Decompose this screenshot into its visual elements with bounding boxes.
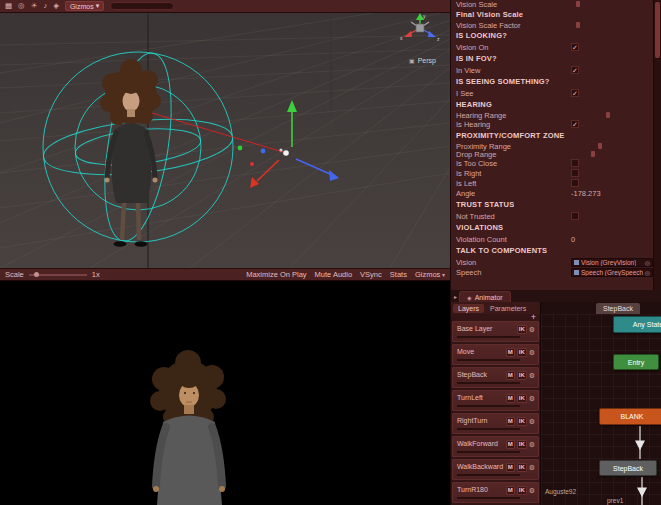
slider-handle[interactable] (598, 143, 602, 149)
scrollbar-thumb[interactable] (655, 2, 660, 58)
effects-icon[interactable]: ◈ (53, 2, 59, 10)
slider-handle[interactable] (34, 272, 39, 277)
field-label: I See (456, 89, 571, 98)
checkbox-is-right[interactable] (571, 169, 579, 177)
inspector-row-drop-range: Drop Range (451, 150, 527, 158)
layer-row-turnr180[interactable]: TurnR180MIK⚙ (452, 482, 539, 503)
graph-footer-label: Auguste92 (545, 488, 576, 495)
panel-expander-icon[interactable]: ▸ (454, 293, 457, 302)
field-label: TALK TO COMPONENTS (456, 246, 547, 255)
state-node-any-state[interactable]: Any State (613, 316, 661, 333)
animator-layers-panel: + Base LayerIK⚙MoveMIK⚙StepBackMIK⚙TurnL… (450, 314, 540, 505)
badge-m: M (506, 371, 515, 380)
orientation-gizmo[interactable]: y x z (400, 13, 440, 42)
persp-text: Persp (418, 57, 436, 64)
checkbox-is-too-close[interactable] (571, 159, 579, 167)
game-button-gizmos[interactable]: Gizmos ▾ (415, 270, 445, 279)
scene-search-input[interactable] (110, 2, 174, 10)
ray-point-red (250, 162, 254, 166)
layer-row-walkforward[interactable]: WalkForwardMIK⚙ (452, 436, 539, 457)
slider-handle[interactable] (576, 1, 580, 7)
badge-ik: IK (517, 463, 527, 472)
layer-row-walkbackward[interactable]: WalkBackwardMIK⚙ (452, 459, 539, 480)
graph-footer-label: prev1 (607, 497, 623, 504)
field-label: Vision (456, 258, 571, 267)
gear-icon[interactable]: ⚙ (529, 372, 535, 379)
checkbox-vision-on[interactable]: ✓ (571, 43, 579, 51)
slider-handle[interactable] (606, 112, 610, 118)
animator-icon: ◈ (467, 294, 472, 301)
slider-handle[interactable] (591, 151, 595, 157)
badge-ik: IK (517, 348, 527, 357)
inspector-row-hearing: HEARING (451, 98, 653, 111)
state-node-entry[interactable]: Entry (613, 354, 659, 370)
game-button-maximize-on-play[interactable]: Maximize On Play (246, 270, 306, 279)
state-node-stepback[interactable]: StepBack (599, 460, 657, 476)
layer-name: StepBack (457, 371, 487, 378)
gizmos-dropdown[interactable]: Gizmos ▾ (65, 1, 104, 11)
gear-icon[interactable]: ⚙ (529, 464, 535, 471)
badge-m: M (506, 463, 515, 472)
audio-icon[interactable]: ♪ (43, 2, 47, 10)
game-scale-slider[interactable] (29, 270, 87, 279)
checkbox-is-hearing[interactable]: ✓ (571, 120, 579, 128)
inspector-row-is-hearing: Is Hearing✓ (451, 119, 653, 129)
layer-row-move[interactable]: MoveMIK⚙ (452, 344, 539, 365)
grid-icon[interactable]: ▦ (5, 2, 12, 10)
game-view[interactable] (0, 281, 450, 505)
lighting-icon[interactable]: ☀ (31, 2, 38, 10)
scene-3d-viewport[interactable]: y x z (0, 13, 450, 268)
gear-icon[interactable]: ⚙ (529, 441, 535, 448)
layer-row-rightturn[interactable]: RightTurnMIK⚙ (452, 413, 539, 434)
graph-canvas[interactable]: Any StateEntryBLANKStepBackAuguste92prev… (541, 314, 661, 505)
layer-weight-bar (457, 359, 520, 361)
game-button-mute-audio[interactable]: Mute Audio (315, 270, 353, 279)
state-node-blank[interactable]: BLANK (599, 408, 661, 425)
checkbox-in-view[interactable]: ✓ (571, 66, 579, 74)
layer-name: TurnR180 (457, 486, 488, 493)
layer-row-stepback[interactable]: StepBackMIK⚙ (452, 367, 539, 388)
object-value: Speech (GreySpeech) (581, 269, 643, 276)
script-icon (574, 260, 579, 265)
inspector-row-is-too-close: Is Too Close (451, 158, 653, 168)
tab-animator[interactable]: ◈ Animator (459, 291, 511, 302)
badge-ik: IK (517, 486, 527, 495)
gear-icon[interactable]: ⚙ (529, 349, 535, 356)
layer-name: Move (457, 348, 474, 355)
inspector-row-talk-to-components: TALK TO COMPONENTS (451, 244, 653, 257)
layer-row-turnleft[interactable]: TurnLeftMIK⚙ (452, 390, 539, 411)
inspector-row-is-seeing-something: IS SEEING SOMETHING? (451, 75, 653, 88)
field-label: Vision Scale Factor (456, 21, 571, 30)
game-button-stats[interactable]: Stats (390, 270, 407, 279)
object-field-vision[interactable]: Vision (GreyVision)◎ (571, 258, 653, 267)
scene-toolbar: ▦◎☀♪◈ Gizmos ▾ (0, 0, 450, 13)
orbit-tool-icon[interactable]: ◎ (18, 2, 25, 10)
tab-layers[interactable]: Layers (453, 304, 484, 313)
gear-icon[interactable]: ⚙ (529, 418, 535, 425)
inspector-scrollbar[interactable] (653, 0, 661, 290)
object-picker-icon[interactable]: ◎ (645, 269, 650, 276)
layer-weight-bar (457, 451, 520, 453)
scene-toolbar-icons: ▦◎☀♪◈ (5, 2, 59, 10)
checkbox-is-left[interactable] (571, 179, 579, 187)
gear-icon[interactable]: ⚙ (529, 395, 535, 402)
layer-row-base-layer[interactable]: Base LayerIK⚙ (452, 321, 539, 342)
breadcrumb-stepback[interactable]: StepBack (596, 303, 640, 314)
scene-view[interactable]: y x z ▣ Persp (0, 13, 450, 268)
object-field-speech[interactable]: Speech (GreySpeech)◎ (571, 268, 653, 277)
layer-weight-bar (457, 405, 520, 407)
game-button-vsync[interactable]: VSync (360, 270, 382, 279)
layer-controls: MIK⚙ (506, 440, 535, 449)
persp-mode-label[interactable]: ▣ Persp (409, 57, 436, 64)
scene-character[interactable] (100, 59, 161, 247)
tab-parameters[interactable]: Parameters (485, 304, 531, 313)
checkbox-i-see[interactable]: ✓ (571, 89, 579, 97)
gear-icon[interactable]: ⚙ (529, 326, 535, 333)
gear-icon[interactable]: ⚙ (529, 487, 535, 494)
object-picker-icon[interactable]: ◎ (645, 259, 650, 266)
field-label: IS SEEING SOMETHING? (456, 77, 550, 86)
add-layer-button[interactable]: + (531, 314, 536, 321)
checkbox-not-trusted[interactable] (571, 212, 579, 220)
slider-handle[interactable] (576, 22, 580, 28)
ray-point-blue (261, 149, 266, 154)
